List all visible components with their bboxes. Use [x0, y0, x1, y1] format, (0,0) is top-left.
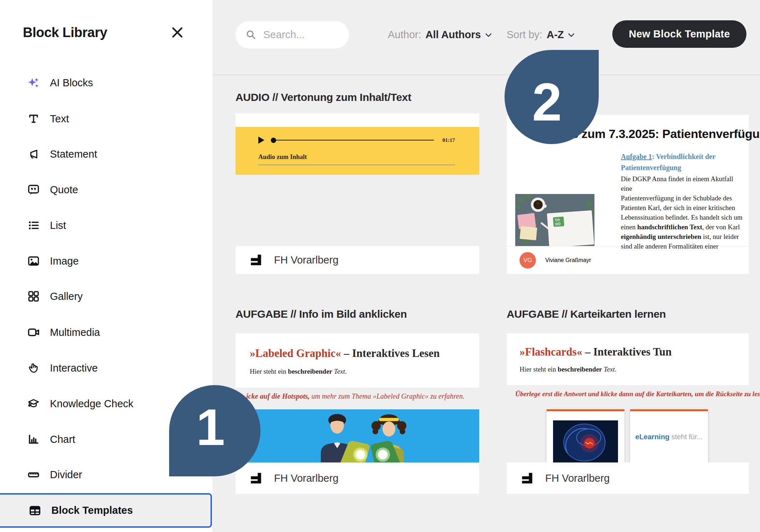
- audio-progress-handle[interactable]: [271, 138, 276, 143]
- author-name: Viviane Graßmayr: [545, 257, 591, 264]
- template-card-audio-preview[interactable]: 01:17 Audio zum Inhalt: [235, 113, 479, 175]
- sort-label: Sort by:: [507, 29, 542, 41]
- preview-description: Hier steht ein beschreibender Text.: [520, 365, 617, 373]
- sidebar-item-label: Chart: [50, 434, 75, 445]
- search-input[interactable]: [263, 29, 335, 41]
- template-card-flashcards-preview[interactable]: »Flashcards« – Interaktives Tun Hier ste…: [507, 333, 749, 385]
- quote-icon: [27, 183, 40, 196]
- flashcard-back[interactable]: eLearning steht für...: [630, 409, 708, 462]
- annotation-step-1-badge: 1: [169, 385, 260, 476]
- section-title-flashcards: AUFGABE // Karteikarten lernen: [507, 308, 666, 320]
- sidebar-item-list[interactable]: List: [0, 208, 213, 243]
- todo-label-line2: DO: [555, 222, 561, 226]
- fhv-logo-icon: [250, 472, 263, 485]
- ruler-icon: [27, 468, 40, 481]
- audio-player-controls: 01:17: [258, 136, 455, 144]
- audio-caption: Audio zum Inhalt: [258, 153, 307, 161]
- sidebar-item-label: Multimedia: [50, 327, 100, 338]
- new-block-template-button[interactable]: New Block Template: [612, 20, 746, 48]
- sidebar-item-block-templates[interactable]: Block Templates: [0, 493, 212, 528]
- list-icon: [27, 219, 40, 232]
- section-title-audio: AUDIO // Vertonung zum Inhalt/Text: [235, 91, 411, 103]
- template-card-flashcards-footer[interactable]: FH Vorarlberg: [507, 462, 749, 494]
- sidebar-item-label: Divider: [50, 469, 82, 481]
- template-card-labeled-preview[interactable]: »Labeled Graphic« – Interaktives Lesen H…: [235, 333, 479, 388]
- author-name: FH Vorarlberg: [274, 472, 339, 484]
- avatar: VG: [520, 252, 536, 268]
- chevron-down-icon: [568, 33, 574, 37]
- search-box[interactable]: [235, 21, 349, 48]
- sidebar-item-quote[interactable]: Quote: [0, 172, 213, 208]
- labeled-graphic-illustration: [235, 409, 479, 462]
- preview-instruction: Überlege erst die Antwort und klicke dan…: [515, 390, 760, 398]
- chevron-down-icon: [485, 33, 492, 37]
- sidebar-item-label: Gallery: [50, 291, 83, 302]
- sort-dropdown[interactable]: Sort by: A-Z: [507, 21, 574, 48]
- annotation-step-2-badge: 2: [505, 50, 599, 144]
- sidebar-item-label: Image: [50, 255, 79, 267]
- sidebar-item-label: AI Blocks: [50, 77, 93, 89]
- preview-instruction: icke auf die Hotspots, um mehr zum Thema…: [246, 392, 465, 400]
- sidebar-item-label: Text: [50, 113, 69, 125]
- close-icon: [169, 24, 186, 41]
- desk-photo: TO DO: [515, 194, 594, 246]
- bar-chart-icon: [27, 433, 40, 446]
- preview-title: »Flashcards« – Interaktives Tun: [520, 346, 672, 358]
- author-name: FH Vorarlberg: [274, 254, 339, 266]
- audio-duration: 01:17: [442, 137, 455, 143]
- author-filter-dropdown[interactable]: Author: All Authors: [388, 21, 492, 48]
- pointer-hand-icon: [27, 362, 40, 374]
- graduation-cap-icon: [27, 397, 40, 410]
- sparkles-icon: [27, 76, 40, 89]
- video-camera-icon: [27, 326, 40, 339]
- image-icon: [27, 255, 40, 267]
- fhv-logo-icon: [521, 472, 534, 485]
- sidebar-item-text[interactable]: Text: [0, 101, 213, 137]
- text-icon: [27, 112, 40, 125]
- sidebar-item-interactive[interactable]: Interactive: [0, 350, 213, 386]
- annotation-step-2-number: 2: [532, 71, 562, 133]
- author-filter-label: Author:: [388, 29, 421, 41]
- sidebar-item-image[interactable]: Image: [0, 243, 213, 279]
- sidebar-item-label: Quote: [50, 184, 78, 196]
- sidebar-item-statement[interactable]: Statement: [0, 136, 213, 172]
- annotation-step-1-number: 1: [196, 398, 225, 457]
- template-card-audio-footer[interactable]: FH Vorarlberg: [235, 246, 479, 274]
- audio-caption-rule: [258, 165, 455, 165]
- author-name: FH Vorarlberg: [545, 472, 610, 484]
- gallery-icon: [27, 290, 40, 303]
- preview-link: Aufgabe 1: Verbindlichkeit der Patienten…: [621, 151, 715, 173]
- section-title-labeled: AUFGABE // Info im Bild anklicken: [235, 308, 407, 320]
- block-library-screen: Block Library AI Blocks Text: [0, 0, 760, 532]
- sidebar-item-label: Block Templates: [51, 505, 133, 516]
- preview-body-text: Die DGKP Anna findet in einem Akutfall e…: [621, 174, 746, 251]
- page-title: Block Library: [23, 25, 107, 40]
- sidebar-item-multimedia[interactable]: Multimedia: [0, 314, 213, 350]
- preview-description: Hier steht ein beschreibender Text.: [250, 368, 347, 375]
- template-card-labeled-footer[interactable]: FH Vorarlberg: [235, 462, 479, 494]
- sidebar-item-label: Statement: [50, 148, 97, 160]
- search-icon: [245, 29, 257, 41]
- flashcard-front[interactable]: [547, 409, 624, 462]
- fhv-logo-icon: [250, 254, 263, 266]
- topbar-divider: [213, 75, 760, 75]
- preview-title: s zum 7.3.2025: Patientenverfügung: [572, 127, 760, 141]
- brain-scan-image: [553, 420, 618, 462]
- cream-sticky-note: [520, 226, 537, 240]
- close-button[interactable]: [169, 24, 186, 41]
- flashcard-back-text: eLearning steht für...: [635, 433, 703, 441]
- sidebar-item-label: List: [50, 220, 66, 231]
- sidebar-item-label: Knowledge Check: [50, 398, 133, 410]
- play-icon[interactable]: [258, 137, 264, 144]
- sort-value: A-Z: [547, 29, 564, 41]
- megaphone-icon: [27, 148, 40, 160]
- table-icon: [29, 504, 41, 517]
- author-filter-value: All Authors: [426, 29, 481, 41]
- audio-player-block: 01:17 Audio zum Inhalt: [235, 127, 479, 175]
- sidebar-item-ai-blocks[interactable]: AI Blocks: [0, 65, 213, 101]
- preview-title: »Labeled Graphic« – Interaktives Lesen: [250, 347, 440, 360]
- todo-paper: TO DO: [547, 210, 594, 246]
- audio-progress-track[interactable]: [276, 140, 434, 140]
- sidebar-item-label: Interactive: [50, 362, 98, 374]
- sidebar-item-gallery[interactable]: Gallery: [0, 278, 213, 314]
